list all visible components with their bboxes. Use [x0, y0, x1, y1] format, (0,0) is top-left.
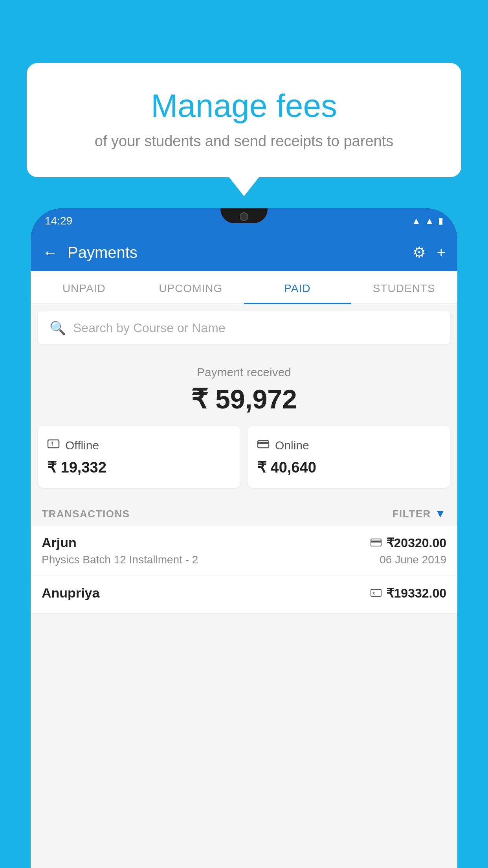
phone-notch	[220, 208, 268, 223]
online-amount: ₹ 40,640	[257, 459, 441, 476]
status-bar: 14:29 ▲ ▲ ▮	[31, 208, 457, 234]
offline-payment-card: ₹ Offline ₹ 19,332	[38, 426, 240, 488]
svg-rect-5	[371, 541, 381, 542]
back-button[interactable]: ←	[42, 244, 58, 261]
front-camera	[240, 212, 248, 221]
filter-label: FILTER	[393, 508, 431, 520]
page-title: Payments	[68, 244, 403, 261]
transaction-list: Arjun ₹20320.00 Physics	[31, 526, 457, 614]
online-payment-card: Online ₹ 40,640	[248, 426, 450, 488]
online-type-label: Online	[275, 439, 309, 452]
online-icon	[257, 438, 270, 453]
settings-icon[interactable]: ⚙	[413, 244, 426, 261]
transaction-row-bottom: Physics Batch 12 Installment - 2 06 June…	[42, 554, 446, 566]
signal-icon: ▲	[425, 216, 434, 226]
search-icon: 🔍	[50, 320, 66, 336]
transactions-header: TRANSACTIONS FILTER ▼	[31, 499, 457, 526]
table-row[interactable]: Arjun ₹20320.00 Physics	[31, 526, 457, 576]
payment-type-icon	[371, 537, 382, 549]
offline-type-label: Offline	[65, 439, 99, 452]
add-icon[interactable]: +	[437, 244, 446, 261]
transaction-course: Physics Batch 12 Installment - 2	[42, 554, 198, 566]
filter-button[interactable]: FILTER ▼	[393, 508, 446, 520]
payment-cards: ₹ Offline ₹ 19,332	[31, 426, 457, 499]
payment-received-amount: ₹ 59,972	[31, 384, 457, 415]
tabs: UNPAID UPCOMING PAID STUDENTS	[31, 271, 457, 304]
wifi-icon: ▲	[412, 216, 420, 226]
filter-icon: ▼	[435, 508, 446, 520]
phone-body: 🔍 Search by Course or Name Payment recei…	[31, 304, 457, 868]
battery-icon: ▮	[438, 216, 443, 226]
table-row[interactable]: Anupriya ₹ ₹19332.00	[31, 576, 457, 614]
status-time: 14:29	[45, 215, 72, 227]
offline-card-header: ₹ Offline	[47, 438, 231, 453]
tab-students[interactable]: STUDENTS	[351, 271, 458, 303]
search-bar[interactable]: 🔍 Search by Course or Name	[38, 311, 450, 344]
app-header: ← Payments ⚙ +	[31, 234, 457, 271]
transaction-date: 06 June 2019	[380, 554, 446, 566]
svg-text:₹: ₹	[372, 591, 375, 596]
tab-upcoming[interactable]: UPCOMING	[138, 271, 244, 303]
tab-paid[interactable]: PAID	[244, 271, 351, 303]
payment-received-label: Payment received	[31, 366, 457, 379]
speech-bubble-title: Manage fees	[46, 86, 442, 125]
payment-type-icon: ₹	[371, 587, 382, 600]
tab-unpaid[interactable]: UNPAID	[31, 271, 138, 303]
speech-bubble: Manage fees of your students and send re…	[27, 63, 461, 177]
phone-frame: 14:29 ▲ ▲ ▮ ← Payments ⚙ + UNPAID UPCOMI…	[31, 208, 457, 868]
transaction-amount: ₹20320.00	[386, 535, 446, 550]
search-input[interactable]: Search by Course or Name	[73, 321, 226, 335]
svg-text:₹: ₹	[50, 441, 54, 447]
offline-amount: ₹ 19,332	[47, 459, 231, 476]
status-icons: ▲ ▲ ▮	[412, 216, 443, 226]
transaction-name: Anupriya	[42, 585, 99, 601]
speech-bubble-subtitle: of your students and send receipts to pa…	[46, 133, 442, 150]
transaction-amount: ₹19332.00	[386, 586, 446, 601]
offline-icon: ₹	[47, 438, 60, 453]
transaction-row-top: Anupriya ₹ ₹19332.00	[42, 585, 446, 601]
payment-received-section: Payment received ₹ 59,972	[31, 351, 457, 426]
svg-rect-3	[258, 442, 269, 444]
transaction-amount-wrap: ₹ ₹19332.00	[371, 586, 446, 601]
transactions-label: TRANSACTIONS	[42, 508, 130, 520]
header-actions: ⚙ +	[413, 244, 446, 261]
online-card-header: Online	[257, 438, 441, 453]
transaction-amount-wrap: ₹20320.00	[371, 535, 446, 550]
transaction-row-top: Arjun ₹20320.00	[42, 535, 446, 550]
transaction-name: Arjun	[42, 535, 77, 550]
